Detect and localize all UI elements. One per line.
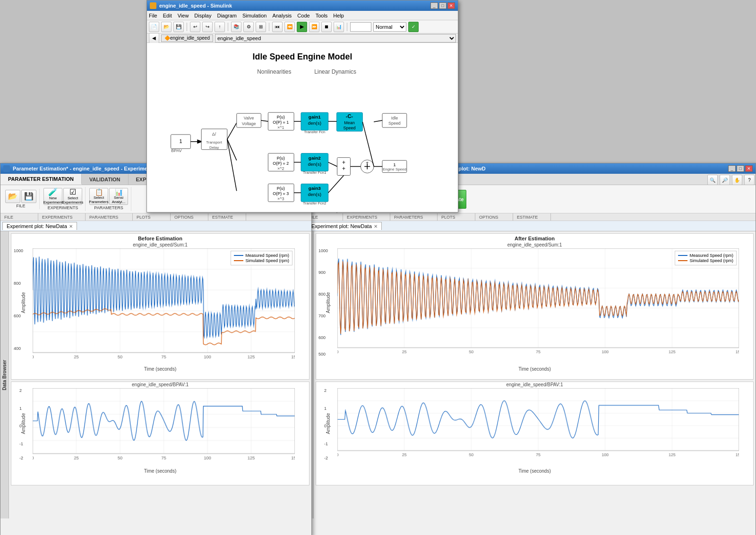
sum-plus1: + [342,159,345,166]
menu-view[interactable]: View [178,13,189,18]
prev-button[interactable]: ⏮ [272,22,283,32]
simulink-breadcrumb: ◀ 🔶 engine_idle_speed engine_idle_speed [147,34,458,43]
bpav-label-1: 1 [179,138,182,144]
data-browser-sidebar[interactable]: Data Browser [0,231,9,518]
exp-tab-right-close[interactable]: ✕ [374,224,378,229]
experiments-label: EXPERIMENTS [48,206,78,211]
ay-700: 700 [318,314,326,318]
menu-help[interactable]: Help [333,13,344,18]
tab-param-est-left[interactable]: PARAMETER ESTIMATION [0,174,82,185]
pe-right-section-bar: FILE EXPERIMENTS PARAMETERS PLOTS OPTION… [305,213,756,221]
rsec-plots: PLOTS [438,213,475,221]
pe-right-exp-tab[interactable]: Experiment plot: NewData ✕ [307,222,382,230]
open-session-button[interactable]: 📂 [5,190,20,203]
save-button[interactable]: 💾 [173,22,184,32]
undo-button[interactable]: ↩ [190,22,200,32]
sum-plus2: + [342,165,345,172]
breadcrumb-tab[interactable]: 🔶 engine_idle_speed [161,34,213,42]
y-max-label: 1000 [14,248,23,253]
maximize-button[interactable]: □ [439,2,447,9]
tab-validation-left[interactable]: VALIDATION [82,174,129,185]
select-experiments-button[interactable]: ☑ SelectExperiments [63,188,82,205]
stop-button[interactable]: ⏹ [321,22,332,32]
zoom-in-btn[interactable]: 🔍 [707,175,718,185]
menu-analysis[interactable]: Analysis [272,13,292,18]
pe-right-controls[interactable]: _ □ ✕ [728,165,753,172]
simulink-toolbar: 📄 📂 💾 ↩ ↪ ↑ 📚 ⚙ ⊞ ⏮ ⏪ ▶ ⏩ ⏹ 📊 150 Normal… [147,20,458,34]
experiments-group: 🧪 New Experiment ☑ SelectExperiments EXP… [41,187,86,212]
menu-edit[interactable]: Edit [163,13,172,18]
arrow-2a [227,123,237,139]
y-600-label: 600 [14,314,21,318]
menu-tools[interactable]: Tools [316,13,328,18]
gain3-text1: gain3 [309,186,321,191]
pe-left-icon [3,165,10,172]
pe-right-close[interactable]: ✕ [745,165,753,172]
after-est-chart-area: Amplitude Measured Speed (rpm) Simulated… [337,248,739,357]
sens-analysis-button[interactable]: 📊 SensiAnalyi... [109,188,128,205]
check-button[interactable]: ✓ [408,22,419,32]
grid-button[interactable]: ⊞ [256,22,266,32]
sim-time-input[interactable]: 150 [350,22,371,32]
after-est-speed-chart: After Estimation engine_idle_speed/Sum:1… [316,233,754,380]
scope-button[interactable]: 📊 [334,22,344,32]
after-speed-legend: Measured Speed (rpm) Simulated Speed (rp… [675,251,737,265]
redo-button[interactable]: ↪ [202,22,213,32]
gain1-fcn-label: Transfer Fcn [304,130,326,134]
open-button[interactable]: 📂 [161,22,172,32]
pe-left-exp-tab[interactable]: Experiment plot: NewData ✕ [2,222,77,230]
menu-code[interactable]: Code [297,13,309,18]
plots-area-right: After Estimation engine_idle_speed/Sum:1… [314,231,756,518]
library-button[interactable]: 📚 [231,22,241,32]
after-legend-simulated-text: Simulated Speed (rpm) [689,258,733,263]
transport-delay-label: Δ/ [212,132,216,136]
abpav-yn2: -2 [324,456,328,460]
save-session-button[interactable]: 💾 [21,190,36,203]
play-button[interactable]: ▶ [297,22,307,32]
rsec-experiments: EXPERIMENTS [343,213,390,221]
select-parameters-button[interactable]: 📋 SelectParameters [89,188,108,205]
sim-mode-select[interactable]: Normal [373,22,406,32]
pe-right-content: Data Browser After Estimation engine_idl… [305,231,756,518]
after-legend-measured-text: Measured Speed (rpm) [689,253,733,258]
new-experiment-button[interactable]: 🧪 New Experiment [43,188,62,205]
legend-measured: Measured Speed (rpm) [234,253,289,258]
pe-right-maximize[interactable]: □ [737,165,744,172]
pe-right-exp-tabbar: Experiment plot: NewData ✕ [305,221,756,231]
menu-file[interactable]: File [149,13,157,18]
close-button[interactable]: ✕ [447,2,455,9]
pan-btn[interactable]: ✋ [732,175,742,185]
pe-left-exp-tabbar: Experiment plot: NewData ✕ [0,221,311,231]
after-legend-measured-line [678,255,687,256]
step-fwd-button[interactable]: ⏩ [309,22,319,32]
idle-speed-text1: Idle [391,116,398,120]
simulink-menubar: File Edit View Display Diagram Simulatio… [147,11,458,20]
window-controls[interactable]: _ □ ✕ [430,2,455,9]
after-est-y-label: Amplitude [326,292,331,313]
data-browser-label[interactable]: Data Browser [2,360,7,390]
new-model-button[interactable]: 📄 [149,22,159,32]
menu-diagram[interactable]: Diagram [217,13,237,18]
up-button[interactable]: ↑ [215,22,225,32]
before-est-chart-area: Amplitude Measured Speed (rpm) Simulated… [33,248,295,357]
pe-right-minimize[interactable]: _ [728,165,736,172]
toolbar-sep-2 [228,23,228,31]
exp-tab-close[interactable]: ✕ [69,224,73,229]
minimize-button[interactable]: _ [430,2,438,9]
menu-simulation[interactable]: Simulation [242,13,266,18]
gain1-text2: den(s) [308,120,321,126]
help-btn-right[interactable]: ? [744,175,755,185]
menu-display[interactable]: Display [194,13,211,18]
gain2-text1: gain2 [309,155,321,161]
section-estimate: ESTIMATE [208,213,246,221]
pu1-text2: O(P) = 1 [273,120,289,125]
back-nav-button[interactable]: ◀ [149,33,159,43]
settings-button[interactable]: ⚙ [243,22,254,32]
model-select[interactable]: engine_idle_speed [215,34,456,42]
zoom-out-btn[interactable]: 🔎 [720,175,730,185]
pu3-text1: P(u) [277,186,285,191]
step-back-button[interactable]: ⏪ [284,22,295,32]
legend-simulated-line [234,260,243,261]
before-est-speed-chart: Before Estimation engine_idle_speed/Sum:… [11,233,309,380]
arrow-3a [261,120,268,121]
